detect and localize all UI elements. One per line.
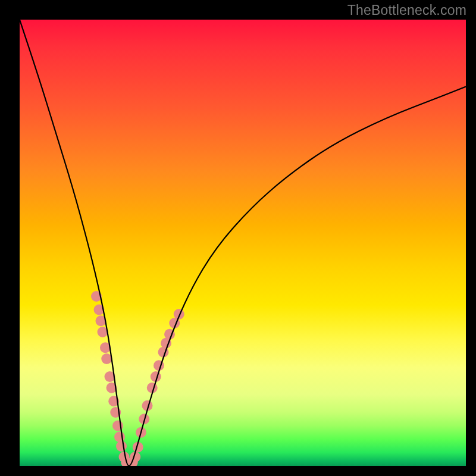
chart-frame: TheBottleneck.com [0, 0, 476, 476]
bottleneck-curve-svg [20, 20, 466, 466]
watermark-text: TheBottleneck.com [347, 2, 466, 18]
highlight-dot [114, 431, 125, 442]
highlight-dot [116, 441, 127, 452]
plot-area [20, 20, 466, 466]
bottleneck-curve [20, 20, 466, 466]
